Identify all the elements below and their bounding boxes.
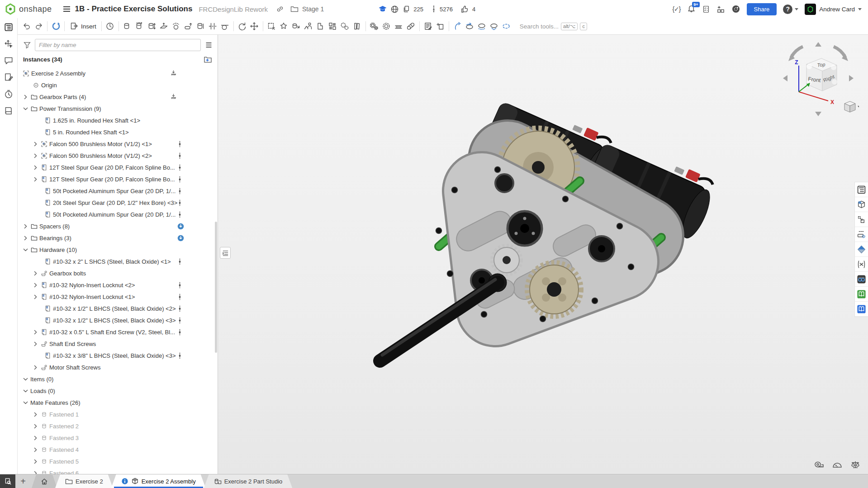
mate-connector-dots-icon[interactable] — [176, 211, 183, 218]
chevron-right-icon[interactable] — [31, 164, 39, 171]
partner-app-icon[interactable] — [855, 242, 868, 257]
mate-connector-dots-icon[interactable] — [176, 317, 183, 324]
mate-connector-dots-icon[interactable] — [176, 352, 183, 359]
gear-icon[interactable] — [380, 20, 393, 33]
ai-advisor-icon[interactable] — [731, 5, 740, 14]
chevron-right-icon[interactable] — [31, 281, 39, 289]
in-context-icon[interactable] — [855, 212, 868, 227]
rotate-icon[interactable] — [236, 20, 248, 33]
panel-collapse-handle[interactable] — [220, 247, 231, 259]
tree-item[interactable]: #10-32 Nylon-Insert Locknut <1> — [18, 291, 218, 303]
replace-part-icon[interactable] — [290, 20, 302, 33]
mate-connector-dots-icon[interactable] — [176, 152, 183, 159]
undo-icon[interactable] — [20, 20, 33, 33]
tree-item[interactable]: Gearbox Parts (4) — [18, 91, 218, 103]
home-tab-button[interactable] — [32, 474, 57, 488]
mate-connector-dots-icon[interactable] — [176, 258, 183, 265]
user-name[interactable]: Andrew Card — [819, 6, 855, 13]
panel-scrollbar[interactable] — [215, 222, 217, 353]
instances-panel-icon[interactable] — [3, 22, 14, 33]
share-button[interactable]: Share — [747, 3, 777, 15]
tree-item[interactable]: Exercise 2 Assembly — [18, 67, 218, 79]
pattern-icon[interactable] — [327, 20, 339, 33]
feature-list-icon[interactable] — [855, 182, 868, 197]
mate-connector-dots-icon[interactable] — [176, 187, 183, 194]
likes-icon[interactable] — [460, 5, 469, 14]
tree-item[interactable]: #10-32 x 0.5" L Shaft End Screw (V2, Ste… — [18, 326, 218, 338]
standard-content-icon[interactable] — [351, 20, 363, 33]
animate-dash-icon[interactable] — [500, 20, 512, 33]
tree-item[interactable]: Falcon 500 Brushless Motor (V1/2) <2> — [18, 150, 218, 161]
variables-icon[interactable] — [855, 257, 868, 272]
belt-icon[interactable] — [405, 20, 417, 33]
derived-icon[interactable] — [314, 20, 327, 33]
transform-icon[interactable] — [3, 38, 14, 49]
tree-item[interactable]: 12T Steel Spur Gear (20 DP, Falcon Splin… — [18, 161, 218, 173]
notifications-bell-icon[interactable]: 9+ — [687, 5, 696, 14]
document-tab-exercise-2-assembly[interactable]: Exercise 2 Assembly — [111, 474, 206, 488]
mate-connector-icon[interactable] — [104, 20, 116, 33]
redo-icon[interactable] — [33, 20, 45, 33]
explode-icon[interactable] — [451, 20, 464, 33]
tree-item[interactable]: Spacers (8) — [18, 220, 218, 232]
report-icon[interactable] — [3, 105, 14, 116]
folder-breadcrumb[interactable]: Stage 1 — [302, 5, 324, 13]
onshape-logo[interactable]: onshape — [5, 3, 52, 15]
filter-input[interactable] — [35, 39, 201, 51]
tree-item[interactable]: Fastened 4 — [18, 444, 218, 455]
followers-icon[interactable] — [431, 5, 436, 13]
chevron-right-icon[interactable] — [21, 234, 29, 242]
chevron-right-icon[interactable] — [21, 223, 29, 230]
slider-mate-icon[interactable] — [146, 20, 158, 33]
render-app-icon[interactable] — [855, 272, 868, 287]
animate-arrow-icon[interactable] — [464, 20, 476, 33]
new-tab-button[interactable]: + — [15, 474, 31, 488]
tree-item[interactable]: Fastened 1 — [18, 408, 218, 420]
document-tab-exercise-2[interactable]: Exercise 2 — [55, 474, 113, 488]
animate-dots-icon[interactable] — [476, 20, 488, 33]
tree-item[interactable]: #10-32 x 1/2" L BHCS (Steel, Black Oxide… — [18, 303, 218, 314]
graphics-canvas[interactable]: Top Front Right Z X — [218, 35, 868, 474]
tangent-mate-icon[interactable] — [219, 20, 231, 33]
mate-connector-dots-icon[interactable] — [176, 164, 183, 171]
tree-item[interactable]: #10-32 x 2" L SHCS (Steel, Black Oxide) … — [18, 256, 218, 267]
chevron-down-icon[interactable] — [21, 375, 29, 383]
tree-item[interactable]: 12T Steel Spur Gear (20 DP, Falcon Splin… — [18, 173, 218, 185]
chevron-down-icon[interactable] — [21, 399, 29, 406]
public-globe-icon[interactable] — [390, 5, 399, 14]
sync-icon[interactable] — [50, 20, 62, 33]
parallel-mate-icon[interactable] — [207, 20, 219, 33]
bom-cube-icon[interactable] — [855, 197, 868, 212]
chevron-right-icon[interactable] — [31, 152, 39, 159]
tree-item[interactable]: #10-32 Nylon-Insert Locknut <2> — [18, 279, 218, 291]
mate-connector-dots-icon[interactable] — [176, 293, 183, 300]
gear-relation-icon[interactable] — [339, 20, 351, 33]
tree-item[interactable]: Fastened 6 — [18, 467, 218, 474]
tab-search-icon[interactable] — [0, 474, 15, 488]
tree-item[interactable]: 50t Pocketed Aluminum Spur Gear (20 DP, … — [18, 208, 218, 220]
mass-properties-icon[interactable] — [850, 460, 861, 470]
fixed-ground-icon[interactable] — [170, 70, 177, 77]
list-options-icon[interactable] — [204, 41, 213, 49]
tasks-icon[interactable] — [702, 5, 710, 14]
tree-item[interactable]: 1.625 in. Rounded Hex Shaft <1> — [18, 114, 218, 126]
tree-item[interactable]: Bearings (3) — [18, 232, 218, 244]
cylindrical-mate-icon[interactable] — [194, 20, 207, 33]
chevron-right-icon[interactable] — [31, 328, 39, 336]
insert-structure-icon[interactable] — [434, 20, 446, 33]
update-available-icon[interactable] — [177, 234, 184, 242]
chevron-right-icon[interactable] — [31, 175, 39, 183]
chevron-right-icon[interactable] — [21, 93, 29, 100]
view-cube[interactable]: Top Front Right Z X — [778, 37, 859, 120]
create-folder-icon[interactable] — [204, 56, 212, 63]
versions-icon[interactable]: {✓} — [672, 5, 680, 13]
learning-icon[interactable] — [378, 5, 387, 13]
view-menu-icon[interactable] — [844, 101, 859, 112]
markup-icon[interactable] — [3, 72, 14, 83]
search-tools-input[interactable]: Search tools...alt/⌥c — [517, 21, 590, 32]
insert-button[interactable]: Insert — [67, 20, 99, 33]
comments-icon[interactable] — [3, 55, 14, 66]
tree-item[interactable]: Loads (0) — [18, 385, 218, 397]
chevron-down-icon[interactable] — [21, 105, 29, 112]
gears-icon[interactable] — [368, 20, 380, 33]
